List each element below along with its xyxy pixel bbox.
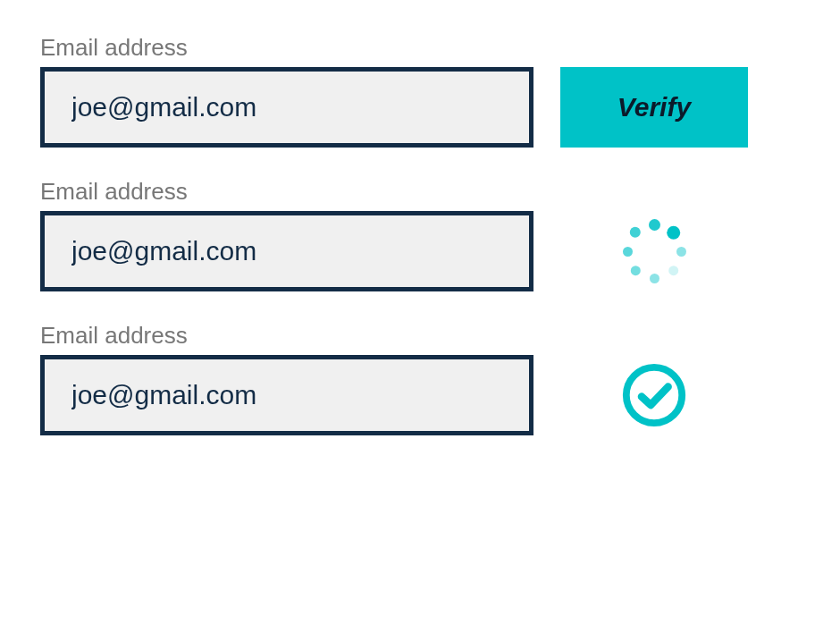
email-input-row: Verify — [40, 67, 800, 148]
email-input[interactable] — [40, 355, 533, 435]
svg-point-0 — [626, 367, 682, 423]
verify-button[interactable]: Verify — [560, 67, 748, 148]
email-input[interactable] — [40, 211, 533, 291]
email-input-row — [40, 211, 800, 291]
email-input[interactable] — [40, 67, 533, 148]
email-row-loading: Email address — [40, 178, 800, 291]
status-loading — [560, 211, 748, 291]
email-label: Email address — [40, 322, 800, 350]
check-circle-icon — [619, 360, 689, 430]
email-label: Email address — [40, 34, 800, 62]
email-input-row — [40, 355, 800, 435]
email-row-success: Email address — [40, 322, 800, 435]
email-label: Email address — [40, 178, 800, 206]
spinner-icon — [619, 216, 689, 286]
status-success — [560, 355, 748, 435]
email-row-verify: Email address Verify — [40, 34, 800, 148]
